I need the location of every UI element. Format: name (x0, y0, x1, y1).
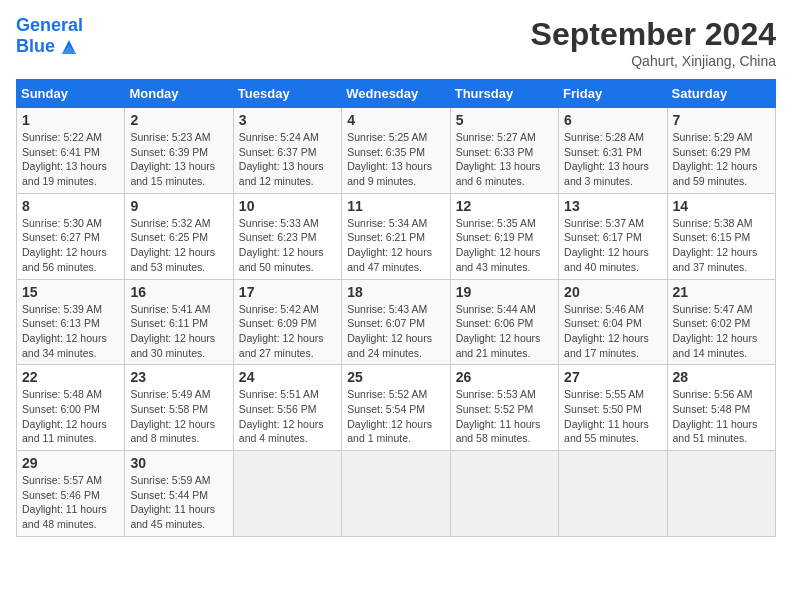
calendar-cell: 28Sunrise: 5:56 AMSunset: 5:48 PMDayligh… (667, 365, 775, 451)
day-detail: Sunrise: 5:43 AMSunset: 6:07 PMDaylight:… (347, 302, 444, 361)
calendar-cell: 16Sunrise: 5:41 AMSunset: 6:11 PMDayligh… (125, 279, 233, 365)
logo-icon (58, 36, 80, 58)
day-detail: Sunrise: 5:25 AMSunset: 6:35 PMDaylight:… (347, 130, 444, 189)
calendar-cell: 20Sunrise: 5:46 AMSunset: 6:04 PMDayligh… (559, 279, 667, 365)
header-friday: Friday (559, 80, 667, 108)
calendar-cell (667, 451, 775, 537)
calendar-cell: 7Sunrise: 5:29 AMSunset: 6:29 PMDaylight… (667, 108, 775, 194)
month-title: September 2024 (531, 16, 776, 53)
day-number: 5 (456, 112, 553, 128)
day-detail: Sunrise: 5:44 AMSunset: 6:06 PMDaylight:… (456, 302, 553, 361)
day-number: 18 (347, 284, 444, 300)
calendar-cell: 29Sunrise: 5:57 AMSunset: 5:46 PMDayligh… (17, 451, 125, 537)
day-number: 7 (673, 112, 770, 128)
calendar-cell: 6Sunrise: 5:28 AMSunset: 6:31 PMDaylight… (559, 108, 667, 194)
calendar-cell: 17Sunrise: 5:42 AMSunset: 6:09 PMDayligh… (233, 279, 341, 365)
day-number: 10 (239, 198, 336, 214)
calendar-cell: 11Sunrise: 5:34 AMSunset: 6:21 PMDayligh… (342, 193, 450, 279)
day-number: 2 (130, 112, 227, 128)
day-number: 16 (130, 284, 227, 300)
calendar-cell: 18Sunrise: 5:43 AMSunset: 6:07 PMDayligh… (342, 279, 450, 365)
logo-blue: Blue (16, 37, 55, 57)
calendar-cell: 30Sunrise: 5:59 AMSunset: 5:44 PMDayligh… (125, 451, 233, 537)
day-number: 25 (347, 369, 444, 385)
day-number: 28 (673, 369, 770, 385)
calendar-cell: 27Sunrise: 5:55 AMSunset: 5:50 PMDayligh… (559, 365, 667, 451)
calendar-cell: 2Sunrise: 5:23 AMSunset: 6:39 PMDaylight… (125, 108, 233, 194)
calendar-cell: 14Sunrise: 5:38 AMSunset: 6:15 PMDayligh… (667, 193, 775, 279)
day-number: 6 (564, 112, 661, 128)
day-number: 26 (456, 369, 553, 385)
day-detail: Sunrise: 5:53 AMSunset: 5:52 PMDaylight:… (456, 387, 553, 446)
calendar-cell: 22Sunrise: 5:48 AMSunset: 6:00 PMDayligh… (17, 365, 125, 451)
calendar-week-row: 15Sunrise: 5:39 AMSunset: 6:13 PMDayligh… (17, 279, 776, 365)
day-detail: Sunrise: 5:32 AMSunset: 6:25 PMDaylight:… (130, 216, 227, 275)
calendar-header-row: SundayMondayTuesdayWednesdayThursdayFrid… (17, 80, 776, 108)
calendar-cell (559, 451, 667, 537)
calendar-week-row: 8Sunrise: 5:30 AMSunset: 6:27 PMDaylight… (17, 193, 776, 279)
day-detail: Sunrise: 5:49 AMSunset: 5:58 PMDaylight:… (130, 387, 227, 446)
day-detail: Sunrise: 5:28 AMSunset: 6:31 PMDaylight:… (564, 130, 661, 189)
header-wednesday: Wednesday (342, 80, 450, 108)
location: Qahurt, Xinjiang, China (531, 53, 776, 69)
day-number: 22 (22, 369, 119, 385)
calendar-cell (450, 451, 558, 537)
day-detail: Sunrise: 5:29 AMSunset: 6:29 PMDaylight:… (673, 130, 770, 189)
page-header: General Blue September 2024 Qahurt, Xinj… (16, 16, 776, 69)
day-detail: Sunrise: 5:41 AMSunset: 6:11 PMDaylight:… (130, 302, 227, 361)
day-number: 20 (564, 284, 661, 300)
day-number: 11 (347, 198, 444, 214)
day-detail: Sunrise: 5:37 AMSunset: 6:17 PMDaylight:… (564, 216, 661, 275)
day-number: 27 (564, 369, 661, 385)
day-number: 21 (673, 284, 770, 300)
header-tuesday: Tuesday (233, 80, 341, 108)
day-detail: Sunrise: 5:47 AMSunset: 6:02 PMDaylight:… (673, 302, 770, 361)
day-detail: Sunrise: 5:27 AMSunset: 6:33 PMDaylight:… (456, 130, 553, 189)
day-detail: Sunrise: 5:52 AMSunset: 5:54 PMDaylight:… (347, 387, 444, 446)
logo: General Blue (16, 16, 83, 58)
calendar-cell: 3Sunrise: 5:24 AMSunset: 6:37 PMDaylight… (233, 108, 341, 194)
day-number: 13 (564, 198, 661, 214)
day-number: 8 (22, 198, 119, 214)
calendar-cell: 21Sunrise: 5:47 AMSunset: 6:02 PMDayligh… (667, 279, 775, 365)
calendar-cell: 5Sunrise: 5:27 AMSunset: 6:33 PMDaylight… (450, 108, 558, 194)
calendar-cell: 25Sunrise: 5:52 AMSunset: 5:54 PMDayligh… (342, 365, 450, 451)
logo-general: General (16, 15, 83, 35)
day-number: 12 (456, 198, 553, 214)
day-number: 4 (347, 112, 444, 128)
calendar-week-row: 29Sunrise: 5:57 AMSunset: 5:46 PMDayligh… (17, 451, 776, 537)
day-number: 30 (130, 455, 227, 471)
day-detail: Sunrise: 5:46 AMSunset: 6:04 PMDaylight:… (564, 302, 661, 361)
day-detail: Sunrise: 5:39 AMSunset: 6:13 PMDaylight:… (22, 302, 119, 361)
header-thursday: Thursday (450, 80, 558, 108)
day-detail: Sunrise: 5:35 AMSunset: 6:19 PMDaylight:… (456, 216, 553, 275)
day-detail: Sunrise: 5:34 AMSunset: 6:21 PMDaylight:… (347, 216, 444, 275)
calendar-cell: 4Sunrise: 5:25 AMSunset: 6:35 PMDaylight… (342, 108, 450, 194)
day-detail: Sunrise: 5:38 AMSunset: 6:15 PMDaylight:… (673, 216, 770, 275)
calendar-week-row: 22Sunrise: 5:48 AMSunset: 6:00 PMDayligh… (17, 365, 776, 451)
calendar-table: SundayMondayTuesdayWednesdayThursdayFrid… (16, 79, 776, 537)
calendar-cell: 23Sunrise: 5:49 AMSunset: 5:58 PMDayligh… (125, 365, 233, 451)
day-detail: Sunrise: 5:33 AMSunset: 6:23 PMDaylight:… (239, 216, 336, 275)
calendar-cell: 26Sunrise: 5:53 AMSunset: 5:52 PMDayligh… (450, 365, 558, 451)
day-number: 23 (130, 369, 227, 385)
calendar-cell: 8Sunrise: 5:30 AMSunset: 6:27 PMDaylight… (17, 193, 125, 279)
day-detail: Sunrise: 5:30 AMSunset: 6:27 PMDaylight:… (22, 216, 119, 275)
day-number: 19 (456, 284, 553, 300)
header-saturday: Saturday (667, 80, 775, 108)
day-detail: Sunrise: 5:42 AMSunset: 6:09 PMDaylight:… (239, 302, 336, 361)
day-detail: Sunrise: 5:23 AMSunset: 6:39 PMDaylight:… (130, 130, 227, 189)
day-number: 1 (22, 112, 119, 128)
day-number: 24 (239, 369, 336, 385)
day-number: 14 (673, 198, 770, 214)
calendar-cell (342, 451, 450, 537)
day-detail: Sunrise: 5:59 AMSunset: 5:44 PMDaylight:… (130, 473, 227, 532)
calendar-cell: 24Sunrise: 5:51 AMSunset: 5:56 PMDayligh… (233, 365, 341, 451)
day-number: 29 (22, 455, 119, 471)
title-block: September 2024 Qahurt, Xinjiang, China (531, 16, 776, 69)
calendar-cell: 12Sunrise: 5:35 AMSunset: 6:19 PMDayligh… (450, 193, 558, 279)
calendar-cell: 13Sunrise: 5:37 AMSunset: 6:17 PMDayligh… (559, 193, 667, 279)
calendar-cell: 10Sunrise: 5:33 AMSunset: 6:23 PMDayligh… (233, 193, 341, 279)
calendar-cell: 15Sunrise: 5:39 AMSunset: 6:13 PMDayligh… (17, 279, 125, 365)
day-number: 3 (239, 112, 336, 128)
